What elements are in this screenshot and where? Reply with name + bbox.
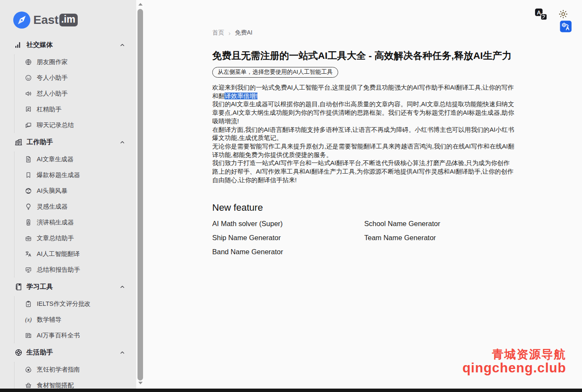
sidebar-item-summary-report[interactable]: 总结和报告助手 bbox=[15, 262, 136, 278]
sidebar-item-roast-helper[interactable]: 怼人小助手 bbox=[15, 86, 136, 102]
breadcrumb-home-link[interactable]: 首页 bbox=[212, 29, 224, 37]
paragraph: 欢迎来到我们的一站式免费AI人工智能平台,这里提供了免费且功能强大的AI写作助手… bbox=[212, 84, 515, 100]
item-label: AI文章生成器 bbox=[37, 155, 73, 163]
section-label: 生活助手 bbox=[26, 348, 53, 357]
item-label: 烹饪初学者指南 bbox=[37, 366, 80, 374]
watermark: 青城资源导航 qingcheng.club bbox=[462, 348, 566, 376]
speaker-icon bbox=[25, 90, 32, 97]
item-label: IELTS作文评分批改 bbox=[37, 300, 91, 308]
comeback-arrow-icon bbox=[25, 106, 32, 113]
sidebar-item-hot-title-generator[interactable]: 爆款标题生成器 bbox=[15, 167, 136, 183]
item-label: 数学辅导 bbox=[37, 316, 61, 324]
clipboard-check-icon bbox=[25, 300, 32, 308]
scroll-down-arrow-icon[interactable] bbox=[138, 382, 143, 384]
item-label: 杠精助手 bbox=[37, 105, 61, 113]
section-label: 社交媒体 bbox=[26, 41, 53, 49]
sidebar-item-cooking-beginner-guide[interactable]: 烹饪初学者指南 bbox=[15, 362, 136, 377]
paragraph: 我们的AI文章生成器可以根据你的题目,自动创作出高质量的文章内容。同时,AI文章… bbox=[212, 100, 515, 125]
sidebar-item-chat-summary[interactable]: 聊天记录总结 bbox=[15, 117, 136, 133]
sidebar-item-math-tutoring[interactable]: (x) 数学辅导 bbox=[15, 312, 136, 328]
chat-bubbles-icon bbox=[25, 122, 32, 129]
sidebar-section-work-assistant[interactable]: 工作助手 bbox=[0, 133, 136, 151]
sidebar-item-article-summary[interactable]: 文章总结助手 bbox=[15, 230, 136, 246]
item-label: 灵感生成器 bbox=[37, 203, 68, 211]
link-ship-name-generator[interactable]: Ship Name Generator bbox=[212, 234, 281, 242]
brand-badge: .im bbox=[59, 14, 78, 27]
link-band-name-generator[interactable]: Band Name Generator bbox=[212, 248, 283, 256]
instruction-pill: 从左侧菜单，选择您要使用的AI人工智能工具 bbox=[212, 67, 338, 78]
sidebar-section-social-media[interactable]: 社交媒体 bbox=[0, 36, 136, 54]
item-label: 文章总结助手 bbox=[37, 234, 74, 242]
translate-blue-icon[interactable] bbox=[560, 20, 572, 32]
chevron-up-icon bbox=[119, 349, 126, 356]
notebook-icon bbox=[15, 283, 23, 291]
translate-icon bbox=[25, 250, 32, 258]
sidebar: East .im 社交媒体 朋友圈作家 bbox=[0, 0, 136, 389]
svg-text:A: A bbox=[537, 9, 541, 16]
item-label: AI人工智能翻译 bbox=[37, 250, 80, 258]
chart-bars-icon bbox=[15, 41, 23, 49]
speech-box-icon bbox=[25, 219, 32, 226]
sidebar-section-life-assistant[interactable]: 生活助手 bbox=[0, 343, 136, 362]
link-ai-math-solver[interactable]: AI Math solver (Super) bbox=[212, 220, 283, 228]
globe-icon bbox=[25, 58, 32, 66]
item-label: 聊天记录总结 bbox=[37, 121, 74, 129]
lifebuoy-icon bbox=[15, 348, 23, 357]
report-chart-icon bbox=[25, 266, 32, 273]
compass-logo-icon bbox=[13, 11, 31, 29]
item-label: AI万事百科全书 bbox=[37, 331, 80, 340]
fried-egg-icon bbox=[25, 366, 32, 373]
smiley-icon bbox=[25, 74, 32, 81]
sidebar-item-ai-article-generator[interactable]: AI文章生成器 bbox=[15, 151, 136, 167]
sidebar-item-compliment-helper[interactable]: 夸人小助手 bbox=[15, 70, 136, 86]
selected-text: 译效率倍增! bbox=[225, 93, 257, 99]
sidebar-nav: 社交媒体 朋友圈作家 夸人小助手 bbox=[0, 36, 136, 389]
paragraph: 在翻译方面,我们的AI语言翻译功能支持多语种互译,让语言不再成为障碍。小红书博主… bbox=[212, 126, 515, 142]
item-label: 怼人小助手 bbox=[37, 90, 68, 98]
sidebar-item-retort-helper[interactable]: 杠精助手 bbox=[15, 102, 136, 117]
paragraph: 我们致力于打造一站式AI写作平台和一站式AI翻译平台,不断迭代升级核心算法,打磨… bbox=[212, 159, 515, 184]
encyclopedia-icon bbox=[25, 332, 32, 339]
sidebar-item-ai-translation[interactable]: AI人工智能翻译 bbox=[15, 246, 136, 262]
new-feature-links: AI Math solver (Super) School Name Gener… bbox=[212, 220, 515, 256]
sidebar-item-ai-encyclopedia[interactable]: AI万事百科全书 bbox=[15, 328, 136, 343]
sidebar-item-ai-brainstorm[interactable]: AI头脑风暴 bbox=[15, 183, 136, 199]
building-icon bbox=[15, 138, 23, 146]
bottom-edge-bar bbox=[0, 389, 582, 392]
chevron-up-icon bbox=[119, 139, 126, 146]
sidebar-item-ingredient-pairing[interactable]: 食材智能搭配 bbox=[15, 377, 136, 389]
sidebar-item-ielts-essay-grading[interactable]: IELTS作文评分批改 bbox=[15, 296, 136, 312]
chevron-up-icon bbox=[119, 283, 126, 290]
sidebar-item-speech-generator[interactable]: 演讲稿生成器 bbox=[15, 215, 136, 230]
sidebar-section-learning-tools[interactable]: 学习工具 bbox=[0, 278, 136, 296]
lightbulb-icon bbox=[25, 203, 32, 210]
item-label: 总结和报告助手 bbox=[37, 266, 80, 274]
intro-paragraphs: 欢迎来到我们的一站式免费AI人工智能平台,这里提供了免费且功能强大的AI写作助手… bbox=[212, 84, 515, 184]
paragraph: 无论你是需要智能写作工具来提升原创力,还是需要智能翻译工具来跨越语言鸿沟,我们的… bbox=[212, 142, 515, 159]
section-label: 工作助手 bbox=[26, 138, 53, 147]
sidebar-item-inspiration-generator[interactable]: 灵感生成器 bbox=[15, 199, 136, 215]
new-feature-heading: New feature bbox=[212, 202, 515, 213]
brainstorm-icon bbox=[25, 187, 32, 195]
archive-box-icon bbox=[25, 235, 32, 242]
scroll-up-arrow-icon[interactable] bbox=[138, 3, 143, 6]
breadcrumb-separator: › bbox=[228, 29, 231, 37]
link-team-name-generator[interactable]: Team Name Generator bbox=[364, 234, 436, 242]
link-school-name-generator[interactable]: School Name Generator bbox=[364, 220, 440, 228]
scrollbar-thumb[interactable] bbox=[137, 9, 143, 380]
item-label: 夸人小助手 bbox=[37, 74, 68, 82]
item-label: 爆款标题生成器 bbox=[37, 171, 80, 179]
theme-sun-icon[interactable] bbox=[558, 9, 568, 19]
item-label: AI头脑风暴 bbox=[37, 187, 67, 195]
chevron-up-icon bbox=[119, 41, 126, 49]
item-label: 演讲稿生成器 bbox=[37, 218, 74, 226]
watermark-line1: 青城资源导航 bbox=[462, 348, 566, 361]
item-label: 朋友圈作家 bbox=[37, 58, 68, 66]
translate-dark-icon[interactable]: A bbox=[535, 8, 548, 21]
document-icon bbox=[25, 156, 32, 163]
breadcrumb-current: 免费AI bbox=[235, 29, 252, 37]
brand-logo[interactable]: East .im bbox=[13, 11, 136, 29]
bookmark-icon bbox=[25, 171, 32, 179]
sidebar-item-moments-writer[interactable]: 朋友圈作家 bbox=[15, 54, 136, 70]
sidebar-scrollbar[interactable] bbox=[136, 0, 144, 389]
